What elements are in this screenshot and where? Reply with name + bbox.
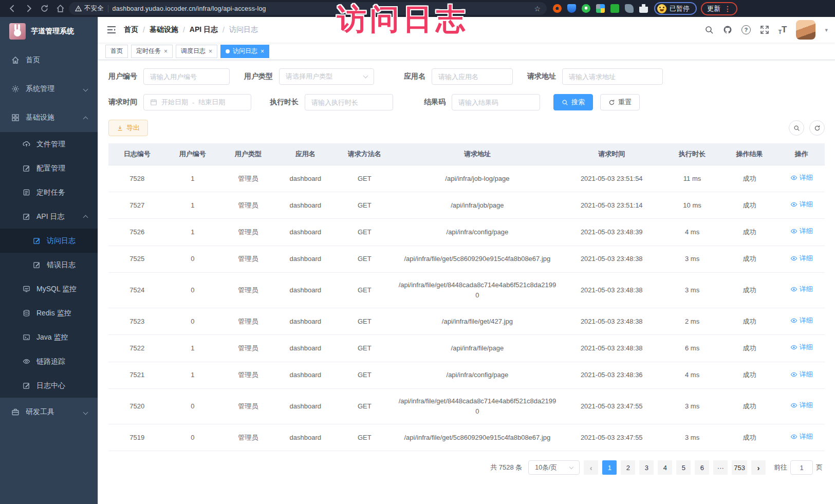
ext-icon-6[interactable] bbox=[625, 4, 634, 13]
page-number-button[interactable]: 5 bbox=[676, 460, 691, 475]
sidebar-item-log-center[interactable]: 日志中心 bbox=[0, 374, 98, 398]
detail-link[interactable]: 详细 bbox=[790, 369, 813, 380]
avatar-caret-icon[interactable]: ▾ bbox=[825, 27, 828, 33]
sidebar-item-java[interactable]: Java 监控 bbox=[0, 325, 98, 349]
tag-home[interactable]: 首页 bbox=[105, 45, 128, 58]
home-icon[interactable] bbox=[56, 4, 65, 13]
breadcrumb-api-log[interactable]: API 日志 bbox=[190, 25, 218, 34]
url-text[interactable]: dashboard.yudao.iocoder.cn/infra/log/api… bbox=[113, 5, 530, 12]
page-number-button[interactable]: ··· bbox=[713, 460, 728, 475]
detail-link[interactable]: 详细 bbox=[790, 253, 813, 264]
page-number-button[interactable]: 1 bbox=[602, 460, 617, 475]
sidebar-item-mysql[interactable]: MySQL 监控 bbox=[0, 277, 98, 301]
sidebar-item-dev-tools[interactable]: 研发工具 bbox=[0, 398, 98, 426]
request-time-range-picker[interactable]: 开始日期 - 结束日期 bbox=[143, 94, 251, 110]
fullscreen-icon[interactable] bbox=[760, 25, 769, 34]
ext-icon-4[interactable] bbox=[596, 4, 605, 13]
breadcrumb-infra[interactable]: 基础设施 bbox=[150, 25, 178, 34]
user-id-input[interactable] bbox=[143, 68, 230, 85]
page-number-button[interactable]: 4 bbox=[658, 460, 672, 475]
goto-page-input[interactable] bbox=[790, 460, 813, 475]
extensions-puzzle-icon[interactable] bbox=[639, 4, 648, 13]
ext-icon-1[interactable] bbox=[553, 4, 562, 13]
warning-triangle-icon bbox=[75, 5, 82, 12]
refresh-table-button[interactable] bbox=[809, 120, 825, 136]
sidebar-item-access-log[interactable]: 访问日志 bbox=[0, 229, 98, 253]
close-icon[interactable]: × bbox=[261, 48, 264, 55]
font-size-icon[interactable]: TT bbox=[778, 25, 787, 35]
cell-log-id: 7524 bbox=[108, 272, 166, 308]
search-button[interactable]: 搜索 bbox=[553, 94, 593, 110]
cell-log-id: 7521 bbox=[108, 362, 166, 388]
tag-job[interactable]: 定时任务 × bbox=[131, 45, 173, 58]
detail-link[interactable]: 详细 bbox=[790, 199, 813, 210]
prev-page-button[interactable]: ‹ bbox=[584, 460, 598, 475]
cell-result: 成功 bbox=[721, 308, 778, 335]
back-icon[interactable] bbox=[8, 4, 17, 13]
sidebar-item-trace[interactable]: 链路追踪 bbox=[0, 349, 98, 374]
toggle-search-button[interactable] bbox=[789, 120, 804, 136]
user-avatar[interactable] bbox=[796, 20, 815, 40]
sidebar-item-home[interactable]: 首页 bbox=[0, 46, 98, 74]
detail-link[interactable]: 详细 bbox=[790, 284, 813, 294]
close-icon[interactable]: × bbox=[164, 48, 168, 55]
cell-request-time: 2021-05-03 23:48:38 bbox=[560, 308, 663, 335]
cell-result: 成功 bbox=[721, 192, 778, 219]
sidebar-item-config-manage[interactable]: 配置管理 bbox=[0, 156, 98, 180]
sidebar-item-redis[interactable]: Redis 监控 bbox=[0, 301, 98, 325]
cell-request-time: 2021-05-03 23:48:38 bbox=[560, 272, 663, 308]
detail-link[interactable]: 详细 bbox=[790, 400, 813, 410]
export-button[interactable]: 导出 bbox=[108, 120, 148, 136]
forward-icon[interactable] bbox=[24, 4, 33, 13]
detail-link[interactable]: 详细 bbox=[790, 342, 813, 352]
sidebar-item-job[interactable]: 定时任务 bbox=[0, 180, 98, 204]
user-type-select[interactable]: 请选择用户类型 bbox=[279, 68, 374, 85]
cell-duration: 3 ms bbox=[663, 246, 721, 272]
security-warning[interactable]: 不安全 bbox=[75, 4, 104, 13]
sidebar-toggle-icon[interactable] bbox=[106, 25, 117, 35]
cell-user-type: 管理员 bbox=[219, 362, 277, 388]
app-logo[interactable]: 芋道管理系统 bbox=[0, 17, 98, 46]
browser-update-button[interactable]: 更新 ⋮ bbox=[701, 2, 737, 15]
reload-icon[interactable] bbox=[40, 4, 49, 13]
result-code-input[interactable] bbox=[452, 94, 540, 110]
request-url-input[interactable] bbox=[562, 68, 663, 85]
duration-input[interactable] bbox=[305, 94, 393, 110]
tag-access-log[interactable]: 访问日志 × bbox=[220, 45, 269, 58]
help-icon[interactable]: ? bbox=[741, 25, 751, 34]
page-size-select[interactable]: 10条/页 bbox=[528, 460, 580, 475]
page-number-button[interactable]: 3 bbox=[639, 460, 654, 475]
address-bar[interactable]: 不安全 dashboard.yudao.iocoder.cn/infra/log… bbox=[69, 2, 547, 15]
sidebar-item-system[interactable]: 系统管理 bbox=[0, 74, 98, 103]
tag-job-log[interactable]: 调度日志 × bbox=[176, 45, 217, 58]
cell-result: 成功 bbox=[721, 424, 778, 451]
next-page-button[interactable]: › bbox=[751, 460, 766, 475]
sidebar-item-error-log[interactable]: 错误日志 bbox=[0, 253, 98, 277]
sidebar-item-file-manage[interactable]: 文件管理 bbox=[0, 132, 98, 156]
grid-icon bbox=[11, 114, 20, 122]
page-number-button[interactable]: 6 bbox=[695, 460, 709, 475]
page-number-button[interactable]: 753 bbox=[732, 460, 747, 475]
detail-link[interactable]: 详细 bbox=[790, 226, 813, 236]
close-icon[interactable]: × bbox=[209, 48, 212, 55]
bookmark-star-icon[interactable]: ☆ bbox=[534, 5, 541, 13]
breadcrumb-home[interactable]: 首页 bbox=[124, 25, 138, 34]
ext-icon-3[interactable] bbox=[582, 4, 590, 13]
cell-user-id: 0 bbox=[166, 246, 220, 272]
detail-link[interactable]: 详细 bbox=[790, 432, 813, 442]
tags-view: 首页 定时任务 × 调度日志 × 访问日志 × bbox=[98, 43, 835, 60]
sidebar-item-infra[interactable]: 基础设施 bbox=[0, 103, 98, 132]
detail-link[interactable]: 详细 bbox=[790, 315, 813, 326]
sidebar-item-api-log[interactable]: API 日志 bbox=[0, 204, 98, 229]
github-icon[interactable] bbox=[723, 25, 732, 34]
page-number-button[interactable]: 2 bbox=[621, 460, 635, 475]
ext-icon-5[interactable] bbox=[610, 4, 619, 13]
search-icon[interactable] bbox=[704, 25, 714, 34]
profile-paused-badge[interactable]: 已暂停 bbox=[654, 2, 697, 15]
app-name-input[interactable] bbox=[432, 68, 513, 85]
reset-button[interactable]: 重置 bbox=[600, 94, 640, 110]
detail-link[interactable]: 详细 bbox=[790, 173, 813, 183]
ext-icon-2[interactable] bbox=[567, 4, 576, 13]
column-header: 请求地址 bbox=[395, 143, 560, 165]
browser-menu-icon[interactable]: ⋮ bbox=[724, 5, 731, 13]
